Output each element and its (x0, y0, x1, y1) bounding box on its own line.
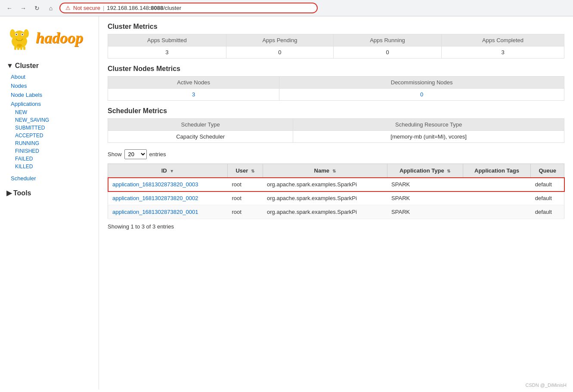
url-host: 192.168.186.148 (107, 5, 149, 11)
sidebar-item-nodes[interactable]: Nodes (0, 81, 99, 90)
sort-icon-type: ⇅ (447, 169, 450, 173)
url-port: :8088 (149, 5, 163, 11)
col-user-label: User (235, 167, 248, 174)
not-secure-label: Not secure (73, 5, 100, 11)
col-name[interactable]: Name ⇅ (263, 164, 387, 178)
main-layout: hadoop ▼ Cluster About Nodes Node Labels… (0, 16, 573, 389)
sidebar: hadoop ▼ Cluster About Nodes Node Labels… (0, 16, 99, 389)
url-text: 192.168.186.148:8088/cluster (107, 5, 181, 11)
cell-app-type: SPARK (387, 191, 463, 205)
col-active-nodes: Active Nodes (108, 77, 279, 89)
cell-id: application_1681302873820_0003 (108, 178, 228, 191)
applications-table: ID ▼ User ⇅ Name ⇅ Application Type ⇅ (108, 164, 564, 219)
table-row: application_1681302873820_0003rootorg.ap… (108, 178, 564, 191)
col-queue[interactable]: Queue (531, 164, 564, 178)
show-entries-control: Show 10 20 25 50 100 entries (108, 149, 564, 159)
sidebar-item-killed[interactable]: KILLED (0, 163, 99, 170)
cluster-nodes-table: Active Nodes Decommissioning Nodes 3 0 (108, 76, 564, 101)
table-row: application_1681302873820_0002rootorg.ap… (108, 191, 564, 205)
scheduler-metrics-table: Scheduler Type Scheduling Resource Type … (108, 118, 564, 143)
col-apps-submitted: Apps Submitted (108, 34, 226, 46)
col-user[interactable]: User ⇅ (227, 164, 263, 178)
col-apps-running: Apps Running (334, 34, 442, 46)
scheduler-metrics-title: Scheduler Metrics (108, 107, 564, 115)
sidebar-item-scheduler[interactable]: Scheduler (0, 174, 99, 183)
col-app-tags-label: Application Tags (474, 167, 519, 174)
entries-label: entries (149, 151, 166, 157)
val-apps-pending: 0 (226, 46, 333, 59)
val-scheduling-resource: [memory-mb (unit=Mi), vcores] (293, 131, 564, 143)
hadoop-elephant-icon (6, 25, 32, 51)
main-content: Cluster Metrics Apps Submitted Apps Pend… (99, 16, 573, 389)
sidebar-item-submitted[interactable]: SUBMITTED (0, 124, 99, 132)
col-scheduler-type: Scheduler Type (108, 119, 293, 131)
svg-point-6 (10, 29, 15, 38)
cluster-arrow-icon: ▼ (6, 62, 13, 70)
table-row: application_1681302873820_0001rootorg.ap… (108, 205, 564, 219)
sidebar-item-running[interactable]: RUNNING (0, 139, 99, 147)
cell-queue: default (531, 191, 564, 205)
cell-id: application_1681302873820_0001 (108, 205, 228, 219)
col-apps-completed: Apps Completed (442, 34, 564, 46)
url-path: /cluster (163, 5, 181, 11)
col-app-tags[interactable]: Application Tags (463, 164, 531, 178)
cluster-nodes-metrics-title: Cluster Nodes Metrics (108, 65, 564, 73)
watermark: CSDN @_DiMinisH (525, 383, 567, 388)
cluster-label: Cluster (15, 62, 39, 70)
sidebar-tools-section[interactable]: ▶ Tools (0, 186, 99, 200)
sidebar-item-accepted[interactable]: ACCEPTED (0, 132, 99, 139)
cell-app-type: SPARK (387, 205, 463, 219)
svg-rect-12 (23, 46, 25, 50)
active-nodes-link[interactable]: 3 (192, 91, 195, 98)
cell-user: root (227, 178, 263, 191)
app-id-link[interactable]: application_1681302873820_0003 (112, 181, 198, 188)
cluster-metrics-title: Cluster Metrics (108, 23, 564, 31)
cell-queue: default (531, 205, 564, 219)
back-button[interactable]: ← (4, 3, 15, 13)
forward-button[interactable]: → (18, 3, 28, 13)
cell-app-tags (463, 178, 531, 191)
sidebar-item-about[interactable]: About (0, 72, 99, 81)
cell-user: root (227, 191, 263, 205)
sidebar-item-finished[interactable]: FINISHED (0, 147, 99, 155)
showing-entries-label: Showing 1 to 3 of 3 entries (108, 219, 564, 234)
cell-app-tags (463, 205, 531, 219)
col-apps-pending: Apps Pending (226, 34, 333, 46)
sidebar-divider (0, 170, 99, 174)
svg-point-5 (22, 34, 23, 35)
sidebar-divider2 (0, 183, 99, 186)
val-scheduler-type: Capacity Scheduler (108, 131, 293, 143)
cell-name: org.apache.spark.examples.SparkPi (263, 191, 387, 205)
logo-area: hadoop (0, 21, 99, 59)
address-bar[interactable]: ⚠ Not secure | 192.168.186.148:8088/clus… (59, 3, 318, 13)
col-id[interactable]: ID ▼ (108, 164, 228, 178)
val-decommissioning: 0 (279, 89, 564, 101)
col-app-type[interactable]: Application Type ⇅ (387, 164, 463, 178)
svg-rect-10 (17, 46, 19, 50)
cell-user: root (227, 205, 263, 219)
app-id-link[interactable]: application_1681302873820_0001 (112, 209, 198, 215)
col-scheduling-resource: Scheduling Resource Type (293, 119, 564, 131)
cell-app-type: SPARK (387, 178, 463, 191)
sidebar-cluster-section[interactable]: ▼ Cluster (0, 59, 99, 72)
val-apps-running: 0 (334, 46, 442, 59)
sort-icon-user: ⇅ (251, 169, 254, 173)
sidebar-item-new[interactable]: NEW (0, 108, 99, 116)
col-decommissioning-nodes: Decommissioning Nodes (279, 77, 564, 89)
tools-label: Tools (13, 189, 31, 197)
home-button[interactable]: ⌂ (46, 3, 56, 13)
sidebar-item-applications[interactable]: Applications (0, 99, 99, 108)
entries-select[interactable]: 10 20 25 50 100 (124, 149, 147, 159)
cluster-metrics-table: Apps Submitted Apps Pending Apps Running… (108, 34, 564, 59)
svg-point-4 (16, 34, 17, 35)
refresh-button[interactable]: ↻ (32, 3, 42, 13)
app-id-link[interactable]: application_1681302873820_0002 (112, 195, 198, 201)
sort-icon-id: ▼ (170, 169, 174, 173)
decommissioning-link[interactable]: 0 (420, 91, 423, 98)
val-active-nodes: 3 (108, 89, 279, 101)
sidebar-item-failed[interactable]: FAILED (0, 155, 99, 163)
sidebar-item-new-saving[interactable]: NEW_SAVING (0, 116, 99, 124)
sidebar-item-node-labels[interactable]: Node Labels (0, 90, 99, 99)
svg-rect-11 (20, 46, 22, 50)
cell-app-tags (463, 191, 531, 205)
